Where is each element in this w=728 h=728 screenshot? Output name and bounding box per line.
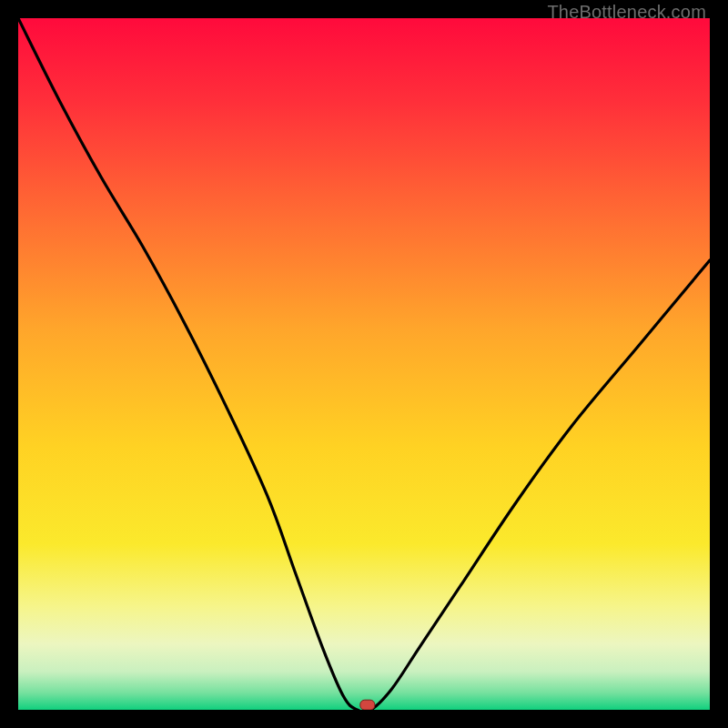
optimal-point-marker bbox=[360, 700, 375, 710]
bottleneck-chart bbox=[18, 18, 710, 710]
gradient-background bbox=[18, 18, 710, 710]
watermark-text: TheBottleneck.com bbox=[547, 2, 706, 23]
chart-plot-area bbox=[18, 18, 710, 710]
